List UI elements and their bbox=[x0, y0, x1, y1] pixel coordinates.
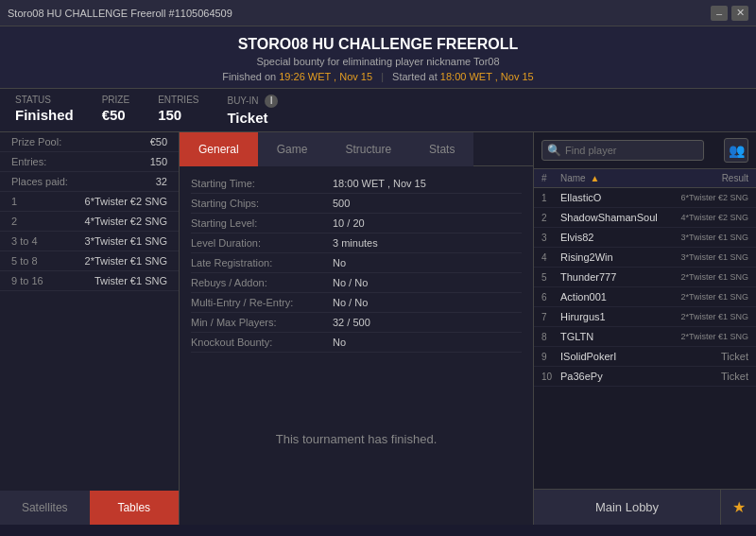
info-val: 10 / 20 bbox=[333, 217, 365, 229]
player-name: Hirurgus1 bbox=[560, 311, 673, 322]
tab-structure[interactable]: Structure bbox=[326, 132, 410, 166]
title-bar: Storo08 HU CHALLENGE Freeroll #110506450… bbox=[0, 0, 756, 26]
col-name: Name ▲ bbox=[560, 173, 673, 183]
player-rank: 5 bbox=[541, 272, 560, 283]
player-row[interactable]: 1 EllasticO 6*Twister €2 SNG bbox=[534, 188, 756, 208]
buyin-label: Buy-in i bbox=[227, 95, 278, 108]
tab-stats[interactable]: Stats bbox=[410, 132, 473, 166]
entries-value: 150 bbox=[158, 107, 198, 123]
info-row: Multi-Entry / Re-Entry:No / No bbox=[191, 293, 522, 313]
content-area: Starting Time:18:00 WET , Nov 15Starting… bbox=[180, 166, 533, 354]
main-lobby-button[interactable]: Main Lobby bbox=[534, 490, 720, 525]
player-result: 2*Twister €1 SNG bbox=[673, 292, 748, 302]
player-row[interactable]: 10 Pa36ePy Ticket bbox=[534, 367, 756, 387]
info-row: Late Registration:No bbox=[191, 253, 522, 273]
player-name: Elvis82 bbox=[560, 232, 673, 243]
player-row[interactable]: 2 ShadowShamanSoul 4*Twister €2 SNG bbox=[534, 208, 756, 228]
info-key: Starting Level: bbox=[191, 217, 333, 229]
col-result: Result bbox=[673, 173, 748, 183]
player-row[interactable]: 3 Elvis82 3*Twister €1 SNG bbox=[534, 228, 756, 248]
entries-row: Entries: 150 bbox=[0, 152, 179, 172]
tournament-subtitle: Special bounty for eliminating player ni… bbox=[0, 56, 756, 67]
player-row[interactable]: 4 Rising2Win 3*Twister €1 SNG bbox=[534, 248, 756, 268]
info-key: Min / Max Players: bbox=[191, 317, 333, 328]
info-val: 3 minutes bbox=[333, 237, 378, 249]
player-row[interactable]: 6 Action001 2*Twister €1 SNG bbox=[534, 287, 756, 307]
buyin-info-icon[interactable]: i bbox=[265, 95, 278, 108]
status-item-status: Status Finished bbox=[15, 95, 74, 123]
started-label: Started at bbox=[392, 71, 438, 82]
tournament-timing: Finished on 19:26 WET , Nov 15 | Started… bbox=[0, 71, 756, 82]
prize-rows-container: 16*Twister €2 SNG24*Twister €2 SNG3 to 4… bbox=[0, 192, 179, 291]
player-rank: 4 bbox=[541, 252, 560, 263]
info-row: Rebuys / Addon:No / No bbox=[191, 273, 522, 293]
info-val: No bbox=[333, 337, 346, 348]
prize-row: 24*Twister €2 SNG bbox=[0, 212, 179, 232]
place-prize: 2*Twister €1 SNG bbox=[85, 255, 167, 267]
prize-row: 5 to 82*Twister €1 SNG bbox=[0, 251, 179, 271]
place-label: 5 to 8 bbox=[11, 255, 38, 267]
satellites-tab[interactable]: Satellites bbox=[0, 491, 90, 525]
center-panel: GeneralGameStructureStats Starting Time:… bbox=[180, 132, 534, 525]
player-result: 4*Twister €2 SNG bbox=[673, 213, 748, 222]
info-key: Multi-Entry / Re-Entry: bbox=[191, 297, 333, 308]
status-item-buyin: Buy-in i Ticket bbox=[227, 95, 278, 126]
info-val: 32 / 500 bbox=[333, 317, 370, 328]
player-row[interactable]: 5 Thunder777 2*Twister €1 SNG bbox=[534, 268, 756, 287]
player-name: Thunder777 bbox=[560, 271, 673, 283]
add-player-button[interactable]: 👥 bbox=[724, 138, 748, 163]
player-row[interactable]: 8 TGLTN 2*Twister €1 SNG bbox=[534, 327, 756, 347]
entries-prize-value: 150 bbox=[150, 156, 167, 167]
place-prize: 3*Twister €1 SNG bbox=[85, 235, 167, 247]
info-val: No / No bbox=[333, 277, 368, 288]
player-result: Ticket bbox=[673, 371, 748, 382]
buyin-value: Ticket bbox=[227, 110, 278, 126]
left-panel: Prize Pool: €50 Entries: 150 Places paid… bbox=[0, 132, 180, 525]
player-result: 2*Twister €1 SNG bbox=[673, 312, 748, 321]
tab-general[interactable]: General bbox=[180, 132, 258, 166]
player-rank: 6 bbox=[541, 292, 560, 303]
status-bar: Status Finished Prize €50 Entries 150 Bu… bbox=[0, 89, 756, 132]
player-rank: 1 bbox=[541, 193, 560, 203]
status-item-prize: Prize €50 bbox=[102, 95, 129, 123]
player-row[interactable]: 7 Hirurgus1 2*Twister €1 SNG bbox=[534, 307, 756, 327]
player-result: 2*Twister €1 SNG bbox=[673, 332, 748, 341]
close-button[interactable]: ✕ bbox=[731, 6, 748, 21]
player-name: Rising2Win bbox=[560, 251, 673, 263]
entries-prize-label: Entries: bbox=[11, 156, 46, 167]
tournament-message: This tournament has finished. bbox=[180, 354, 533, 526]
player-result: Ticket bbox=[673, 351, 748, 362]
player-name: Pa36ePy bbox=[560, 371, 673, 382]
center-tabs-row: GeneralGameStructureStats bbox=[180, 132, 533, 166]
entries-label: Entries bbox=[158, 95, 198, 105]
player-result: 2*Twister €1 SNG bbox=[673, 272, 748, 282]
place-prize: 6*Twister €2 SNG bbox=[85, 196, 167, 207]
place-prize: Twister €1 SNG bbox=[94, 275, 167, 286]
place-prize: 4*Twister €2 SNG bbox=[85, 216, 167, 227]
places-paid-row: Places paid: 32 bbox=[0, 172, 179, 192]
info-val: No bbox=[333, 257, 346, 268]
player-rank: 7 bbox=[541, 312, 560, 322]
player-row[interactable]: 9 ISolidPokerI Ticket bbox=[534, 347, 756, 367]
info-key: Starting Time: bbox=[191, 178, 333, 189]
prize-row: 16*Twister €2 SNG bbox=[0, 192, 179, 212]
info-val: No / No bbox=[333, 297, 368, 308]
pipe: | bbox=[381, 71, 384, 82]
search-input[interactable] bbox=[541, 140, 704, 161]
main-lobby-bar: Main Lobby ★ bbox=[534, 489, 756, 525]
info-key: Rebuys / Addon: bbox=[191, 277, 333, 288]
prize-pool-row: Prize Pool: €50 bbox=[0, 132, 179, 152]
player-result: 6*Twister €2 SNG bbox=[673, 193, 748, 202]
player-list: 1 EllasticO 6*Twister €2 SNG 2 ShadowSha… bbox=[534, 188, 756, 489]
status-item-entries: Entries 150 bbox=[158, 95, 198, 123]
place-label: 1 bbox=[11, 196, 17, 207]
player-name: TGLTN bbox=[560, 331, 673, 342]
info-row: Starting Chips:500 bbox=[191, 194, 522, 214]
player-result: 3*Twister €1 SNG bbox=[673, 252, 748, 262]
tables-tab[interactable]: Tables bbox=[90, 491, 180, 525]
favorite-star-button[interactable]: ★ bbox=[720, 490, 756, 525]
places-paid-label: Places paid: bbox=[11, 176, 68, 187]
info-key: Knockout Bounty: bbox=[191, 337, 333, 348]
minimize-button[interactable]: – bbox=[711, 6, 728, 21]
tab-game[interactable]: Game bbox=[258, 132, 327, 166]
